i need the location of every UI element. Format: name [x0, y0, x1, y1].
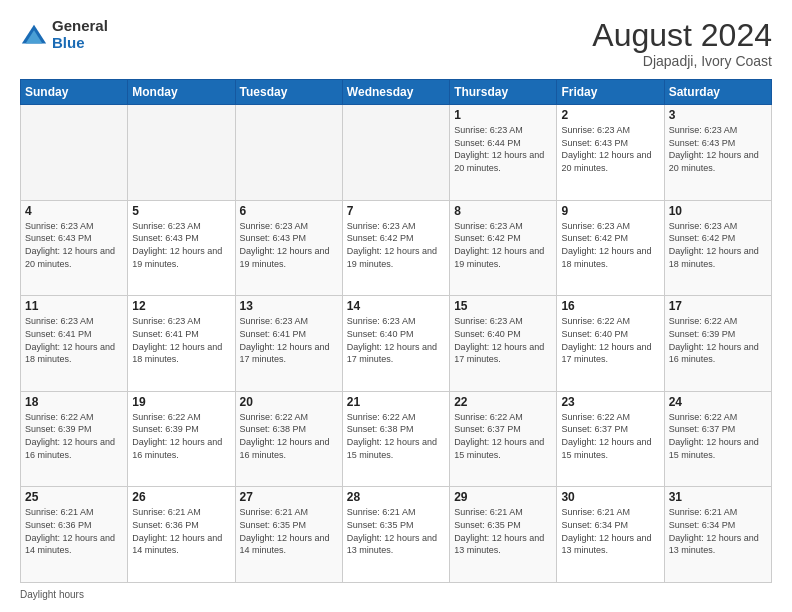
calendar-cell: 24Sunrise: 6:22 AM Sunset: 6:37 PM Dayli… [664, 391, 771, 487]
day-number: 30 [561, 490, 659, 504]
day-info: Sunrise: 6:23 AM Sunset: 6:43 PM Dayligh… [669, 124, 767, 174]
day-number: 15 [454, 299, 552, 313]
day-info: Sunrise: 6:23 AM Sunset: 6:41 PM Dayligh… [240, 315, 338, 365]
day-number: 28 [347, 490, 445, 504]
day-info: Sunrise: 6:23 AM Sunset: 6:43 PM Dayligh… [561, 124, 659, 174]
header-row: SundayMondayTuesdayWednesdayThursdayFrid… [21, 80, 772, 105]
logo-text: General Blue [52, 18, 108, 51]
day-info: Sunrise: 6:21 AM Sunset: 6:34 PM Dayligh… [669, 506, 767, 556]
day-info: Sunrise: 6:23 AM Sunset: 6:43 PM Dayligh… [25, 220, 123, 270]
calendar-cell: 19Sunrise: 6:22 AM Sunset: 6:39 PM Dayli… [128, 391, 235, 487]
day-info: Sunrise: 6:22 AM Sunset: 6:39 PM Dayligh… [25, 411, 123, 461]
day-number: 9 [561, 204, 659, 218]
day-number: 24 [669, 395, 767, 409]
title-block: August 2024 Djapadji, Ivory Coast [592, 18, 772, 69]
day-number: 1 [454, 108, 552, 122]
header-cell-wednesday: Wednesday [342, 80, 449, 105]
day-info: Sunrise: 6:23 AM Sunset: 6:42 PM Dayligh… [561, 220, 659, 270]
calendar-cell: 21Sunrise: 6:22 AM Sunset: 6:38 PM Dayli… [342, 391, 449, 487]
calendar-cell: 30Sunrise: 6:21 AM Sunset: 6:34 PM Dayli… [557, 487, 664, 583]
calendar-cell: 8Sunrise: 6:23 AM Sunset: 6:42 PM Daylig… [450, 200, 557, 296]
logo: General Blue [20, 18, 108, 51]
day-number: 21 [347, 395, 445, 409]
day-info: Sunrise: 6:22 AM Sunset: 6:39 PM Dayligh… [132, 411, 230, 461]
day-info: Sunrise: 6:22 AM Sunset: 6:37 PM Dayligh… [669, 411, 767, 461]
day-number: 16 [561, 299, 659, 313]
day-number: 20 [240, 395, 338, 409]
header-cell-sunday: Sunday [21, 80, 128, 105]
header-cell-friday: Friday [557, 80, 664, 105]
day-number: 14 [347, 299, 445, 313]
header-cell-saturday: Saturday [664, 80, 771, 105]
calendar-cell: 7Sunrise: 6:23 AM Sunset: 6:42 PM Daylig… [342, 200, 449, 296]
day-info: Sunrise: 6:23 AM Sunset: 6:42 PM Dayligh… [669, 220, 767, 270]
day-info: Sunrise: 6:22 AM Sunset: 6:38 PM Dayligh… [240, 411, 338, 461]
calendar-cell: 4Sunrise: 6:23 AM Sunset: 6:43 PM Daylig… [21, 200, 128, 296]
calendar-cell: 26Sunrise: 6:21 AM Sunset: 6:36 PM Dayli… [128, 487, 235, 583]
calendar-cell: 31Sunrise: 6:21 AM Sunset: 6:34 PM Dayli… [664, 487, 771, 583]
day-info: Sunrise: 6:22 AM Sunset: 6:37 PM Dayligh… [454, 411, 552, 461]
day-info: Sunrise: 6:23 AM Sunset: 6:41 PM Dayligh… [25, 315, 123, 365]
calendar-cell: 3Sunrise: 6:23 AM Sunset: 6:43 PM Daylig… [664, 105, 771, 201]
calendar-cell: 20Sunrise: 6:22 AM Sunset: 6:38 PM Dayli… [235, 391, 342, 487]
calendar-cell: 1Sunrise: 6:23 AM Sunset: 6:44 PM Daylig… [450, 105, 557, 201]
day-info: Sunrise: 6:23 AM Sunset: 6:41 PM Dayligh… [132, 315, 230, 365]
calendar-week-2: 4Sunrise: 6:23 AM Sunset: 6:43 PM Daylig… [21, 200, 772, 296]
day-number: 4 [25, 204, 123, 218]
calendar-cell [128, 105, 235, 201]
sub-title: Djapadji, Ivory Coast [592, 53, 772, 69]
calendar-cell: 5Sunrise: 6:23 AM Sunset: 6:43 PM Daylig… [128, 200, 235, 296]
calendar-week-1: 1Sunrise: 6:23 AM Sunset: 6:44 PM Daylig… [21, 105, 772, 201]
day-number: 25 [25, 490, 123, 504]
calendar-week-5: 25Sunrise: 6:21 AM Sunset: 6:36 PM Dayli… [21, 487, 772, 583]
calendar-cell [342, 105, 449, 201]
day-info: Sunrise: 6:23 AM Sunset: 6:42 PM Dayligh… [347, 220, 445, 270]
calendar-cell: 6Sunrise: 6:23 AM Sunset: 6:43 PM Daylig… [235, 200, 342, 296]
day-info: Sunrise: 6:21 AM Sunset: 6:35 PM Dayligh… [347, 506, 445, 556]
calendar-cell: 13Sunrise: 6:23 AM Sunset: 6:41 PM Dayli… [235, 296, 342, 392]
day-number: 31 [669, 490, 767, 504]
day-info: Sunrise: 6:22 AM Sunset: 6:37 PM Dayligh… [561, 411, 659, 461]
calendar-week-4: 18Sunrise: 6:22 AM Sunset: 6:39 PM Dayli… [21, 391, 772, 487]
calendar-cell: 29Sunrise: 6:21 AM Sunset: 6:35 PM Dayli… [450, 487, 557, 583]
calendar-header: SundayMondayTuesdayWednesdayThursdayFrid… [21, 80, 772, 105]
day-number: 27 [240, 490, 338, 504]
day-number: 8 [454, 204, 552, 218]
logo-icon [20, 21, 48, 49]
calendar-cell: 27Sunrise: 6:21 AM Sunset: 6:35 PM Dayli… [235, 487, 342, 583]
main-title: August 2024 [592, 18, 772, 53]
calendar-cell: 18Sunrise: 6:22 AM Sunset: 6:39 PM Dayli… [21, 391, 128, 487]
day-info: Sunrise: 6:23 AM Sunset: 6:42 PM Dayligh… [454, 220, 552, 270]
header-cell-tuesday: Tuesday [235, 80, 342, 105]
day-info: Sunrise: 6:21 AM Sunset: 6:34 PM Dayligh… [561, 506, 659, 556]
day-number: 11 [25, 299, 123, 313]
day-info: Sunrise: 6:23 AM Sunset: 6:40 PM Dayligh… [454, 315, 552, 365]
footer: Daylight hours [20, 589, 772, 600]
calendar-week-3: 11Sunrise: 6:23 AM Sunset: 6:41 PM Dayli… [21, 296, 772, 392]
day-info: Sunrise: 6:22 AM Sunset: 6:39 PM Dayligh… [669, 315, 767, 365]
day-info: Sunrise: 6:21 AM Sunset: 6:36 PM Dayligh… [25, 506, 123, 556]
logo-blue-text: Blue [52, 35, 108, 52]
footer-text: Daylight hours [20, 589, 84, 600]
day-number: 18 [25, 395, 123, 409]
page: General Blue August 2024 Djapadji, Ivory… [0, 0, 792, 612]
calendar-cell: 12Sunrise: 6:23 AM Sunset: 6:41 PM Dayli… [128, 296, 235, 392]
day-number: 17 [669, 299, 767, 313]
header-cell-monday: Monday [128, 80, 235, 105]
day-info: Sunrise: 6:22 AM Sunset: 6:40 PM Dayligh… [561, 315, 659, 365]
day-info: Sunrise: 6:23 AM Sunset: 6:43 PM Dayligh… [132, 220, 230, 270]
day-info: Sunrise: 6:23 AM Sunset: 6:43 PM Dayligh… [240, 220, 338, 270]
calendar-table: SundayMondayTuesdayWednesdayThursdayFrid… [20, 79, 772, 583]
day-number: 3 [669, 108, 767, 122]
day-info: Sunrise: 6:21 AM Sunset: 6:35 PM Dayligh… [454, 506, 552, 556]
header: General Blue August 2024 Djapadji, Ivory… [20, 18, 772, 69]
day-number: 2 [561, 108, 659, 122]
calendar-cell: 25Sunrise: 6:21 AM Sunset: 6:36 PM Dayli… [21, 487, 128, 583]
calendar-cell: 14Sunrise: 6:23 AM Sunset: 6:40 PM Dayli… [342, 296, 449, 392]
day-number: 13 [240, 299, 338, 313]
calendar-cell [21, 105, 128, 201]
calendar-cell: 9Sunrise: 6:23 AM Sunset: 6:42 PM Daylig… [557, 200, 664, 296]
day-number: 19 [132, 395, 230, 409]
calendar-cell: 23Sunrise: 6:22 AM Sunset: 6:37 PM Dayli… [557, 391, 664, 487]
day-info: Sunrise: 6:23 AM Sunset: 6:44 PM Dayligh… [454, 124, 552, 174]
